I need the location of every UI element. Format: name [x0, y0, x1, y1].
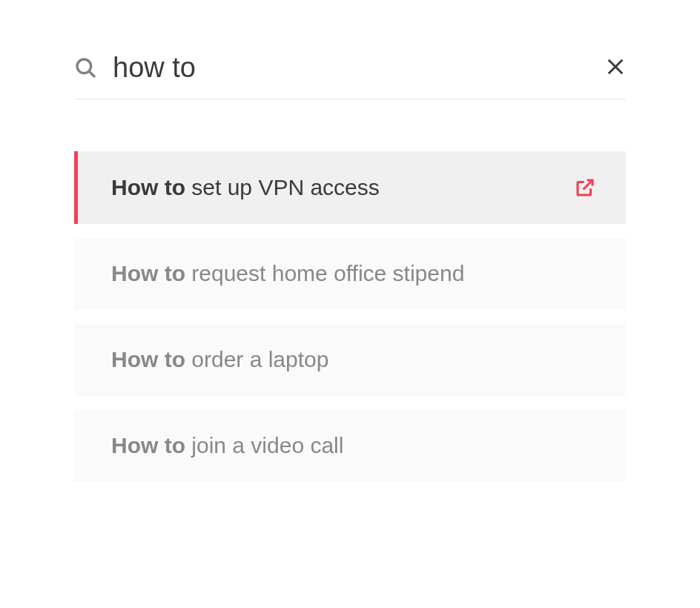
- search-result-text: How to order a laptop: [111, 347, 328, 372]
- search-result-rest: order a laptop: [185, 347, 328, 371]
- search-result-match: How to: [111, 261, 185, 285]
- search-results-list: How to set up VPN accessHow to request h…: [74, 151, 626, 482]
- search-result-item[interactable]: How to order a laptop: [74, 323, 626, 396]
- search-result-item[interactable]: How to request home office stipend: [74, 237, 626, 310]
- search-result-match: How to: [111, 347, 185, 371]
- search-result-text: How to join a video call: [111, 433, 343, 458]
- open-in-new-icon[interactable]: [574, 176, 596, 199]
- search-result-rest: request home office stipend: [185, 261, 464, 285]
- search-input[interactable]: [113, 52, 590, 84]
- close-icon: [605, 56, 626, 79]
- clear-search-button[interactable]: [605, 58, 626, 79]
- search-result-text: How to request home office stipend: [111, 261, 464, 286]
- svg-line-4: [584, 180, 593, 190]
- search-result-match: How to: [111, 433, 185, 457]
- search-result-rest: set up VPN access: [185, 175, 380, 199]
- svg-line-1: [89, 71, 95, 77]
- search-result-item[interactable]: How to join a video call: [74, 409, 626, 482]
- svg-point-0: [77, 59, 91, 73]
- search-result-rest: join a video call: [185, 433, 343, 457]
- search-result-text: How to set up VPN access: [111, 175, 380, 200]
- search-result-match: How to: [111, 175, 185, 199]
- search-result-item[interactable]: How to set up VPN access: [74, 151, 626, 224]
- search-icon: [74, 56, 98, 80]
- search-bar: [74, 52, 626, 99]
